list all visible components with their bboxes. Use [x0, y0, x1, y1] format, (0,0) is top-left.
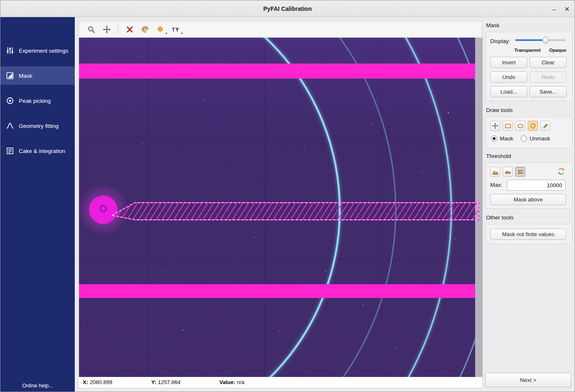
threshold-section-title: Threshold: [486, 153, 511, 159]
plot-widget: ▾ Y ▾: [78, 20, 483, 388]
chevron-down-icon: ▾: [165, 32, 167, 35]
other-tools-groupbox: Mask not finite values: [486, 224, 572, 244]
opaque-label: Opaque: [549, 48, 566, 53]
mask-below-threshold-button[interactable]: [490, 167, 500, 177]
mask-radio[interactable]: [491, 135, 497, 142]
chevron-down-icon: ▾: [181, 32, 183, 35]
slider-handle[interactable]: [542, 37, 549, 43]
max-label: Max:: [490, 182, 502, 188]
y-axis-orientation-button[interactable]: Y ▾: [170, 23, 182, 35]
rectangle-icon: [504, 122, 511, 130]
refresh-threshold-button[interactable]: [557, 167, 566, 176]
pyfai-window: PyFAI Calibration – ✕ Experiment setting…: [0, 0, 575, 392]
threshold-below-icon: [492, 168, 499, 176]
clear-button[interactable]: Clear: [529, 57, 567, 68]
load-button[interactable]: Load...: [490, 86, 527, 97]
target-icon: [6, 97, 14, 105]
mask-above-threshold-button[interactable]: [515, 167, 525, 177]
cursor-value-readout: Value: n/a: [219, 379, 244, 385]
ellipse-icon: [517, 122, 524, 130]
sidebar-item-label: Mask: [19, 73, 32, 79]
unmask-radio-label: Unmask: [529, 135, 550, 142]
sidebar: Experiment settings Mask Peak picking Ge…: [0, 17, 75, 392]
zoom-icon: [87, 25, 95, 33]
sidebar-item-mask[interactable]: Mask: [0, 66, 75, 85]
mask-section-title: Mask: [486, 22, 499, 28]
zoom-tool-button[interactable]: [85, 23, 97, 35]
refresh-icon: [557, 167, 565, 176]
plot-statusbar: X: 2080.899 Y: 1257.864 Value: n/a: [79, 377, 482, 388]
mask-radio-label: Mask: [500, 135, 513, 142]
undo-button[interactable]: Undo: [490, 71, 527, 83]
integration-list-icon: [6, 147, 14, 155]
invert-button[interactable]: Invert: [490, 57, 527, 68]
mask-selection-polygon: [112, 203, 479, 220]
sidebar-item-peak-picking[interactable]: Peak picking: [0, 92, 75, 110]
transparent-label: Transparent: [514, 48, 541, 53]
window-controls: – ✕: [552, 0, 570, 17]
aspect-ratio-circle-icon: [157, 26, 164, 33]
polygon-draw-tool-button[interactable]: [528, 121, 538, 131]
mask-not-finite-button[interactable]: Mask not finite values: [490, 229, 566, 240]
ellipse-draw-tool-button[interactable]: [515, 121, 525, 131]
mask-tools-panel: Mask Display: Transparent Opaque Invert …: [483, 17, 575, 392]
mask-mode-option[interactable]: Mask: [491, 135, 513, 142]
cursor-y-readout: Y: 1257.864: [151, 379, 181, 385]
close-button[interactable]: ✕: [564, 6, 570, 12]
plot-canvas[interactable]: [79, 38, 483, 377]
plot-toolbar: ▾ Y ▾: [79, 21, 482, 37]
pan-icon: [103, 25, 111, 33]
pan-tool-button[interactable]: [101, 23, 112, 35]
sidebar-item-label: Peak picking: [19, 98, 51, 104]
pencil-draw-tool-button[interactable]: [540, 121, 550, 131]
unmask-radio[interactable]: [521, 135, 527, 142]
mask-icon: [6, 71, 14, 80]
minimize-button[interactable]: –: [552, 6, 556, 12]
cursor-x-readout: X: 2080.899: [83, 379, 112, 385]
mask-above-button[interactable]: Mask above: [490, 194, 566, 205]
sidebar-item-experiment-settings[interactable]: Experiment settings: [0, 41, 75, 60]
unmask-mode-option[interactable]: Unmask: [521, 135, 550, 142]
next-button[interactable]: Next >: [485, 373, 571, 387]
colormap-button[interactable]: [139, 23, 151, 35]
diffraction-image: [79, 38, 483, 377]
threshold-above-icon: [517, 168, 524, 176]
max-threshold-input[interactable]: [507, 180, 566, 191]
svg-text:Y: Y: [176, 27, 179, 33]
pan-draw-tool-button[interactable]: [490, 121, 500, 131]
clear-mask-button[interactable]: [124, 23, 135, 35]
rectangle-draw-tool-button[interactable]: [503, 121, 513, 131]
red-cross-icon: [126, 26, 133, 33]
threshold-groupbox: Max: Mask above: [486, 163, 572, 209]
sliders-icon: [6, 46, 14, 55]
pan-icon: [492, 122, 499, 129]
window-title: PyFAI Calibration: [263, 5, 312, 12]
pencil-icon: [542, 122, 549, 130]
sidebar-item-cake-integration[interactable]: Cake & integration: [0, 142, 75, 160]
palette-icon: [141, 25, 149, 33]
sidebar-item-label: Geometry fitting: [19, 123, 59, 129]
threshold-between-icon: [504, 168, 511, 176]
mask-groupbox: Display: Transparent Opaque Invert Clear…: [486, 32, 572, 101]
titlebar: PyFAI Calibration – ✕: [0, 0, 575, 17]
mask-opacity-slider[interactable]: [515, 36, 566, 44]
peak-curve-icon: [6, 122, 14, 130]
polygon-icon: [529, 122, 537, 130]
sidebar-item-label: Experiment settings: [19, 48, 69, 54]
display-label: Display:: [490, 38, 510, 44]
mask-between-thresholds-button[interactable]: [503, 167, 513, 177]
sidebar-item-label: Cake & integration: [19, 148, 65, 154]
other-tools-section-title: Other tools: [486, 214, 514, 221]
save-button[interactable]: Save...: [529, 86, 567, 97]
y-axis-icon: Y: [172, 25, 180, 33]
draw-tools-section-title: Draw tools: [486, 107, 513, 113]
redo-button: Redo: [529, 71, 567, 83]
keep-aspect-ratio-button[interactable]: ▾: [155, 23, 166, 35]
online-help-link[interactable]: Online help...: [0, 383, 75, 389]
draw-tools-groupbox: Mask Unmask: [486, 117, 572, 148]
slider-fill: [515, 39, 545, 41]
sidebar-item-geometry-fitting[interactable]: Geometry fitting: [0, 117, 75, 135]
toolbar-separator: [118, 25, 118, 34]
